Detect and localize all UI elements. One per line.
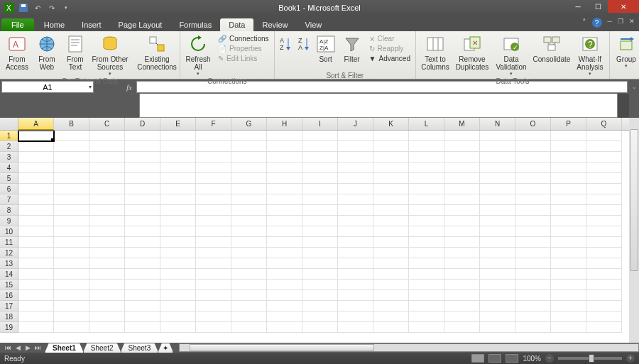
tab-insert[interactable]: Insert (73, 18, 110, 31)
cell[interactable] (480, 311, 515, 322)
cell[interactable] (231, 184, 267, 194)
cell[interactable] (338, 301, 373, 311)
cell[interactable] (160, 322, 196, 333)
cell[interactable] (586, 173, 622, 184)
cell[interactable] (480, 194, 515, 205)
cell[interactable] (231, 280, 267, 290)
select-all-corner[interactable] (0, 118, 18, 130)
from-other-sources-button[interactable]: From Other Sources ▾ (90, 33, 130, 77)
cell[interactable] (18, 162, 54, 173)
minimize-ribbon-icon[interactable]: ˄ (582, 18, 586, 28)
from-access-button[interactable]: A From Access (2, 33, 32, 71)
cell[interactable] (160, 205, 196, 216)
cell[interactable] (515, 301, 551, 311)
cell[interactable] (267, 131, 302, 141)
cell[interactable] (89, 322, 125, 333)
cell[interactable] (196, 269, 231, 280)
cell[interactable] (338, 311, 373, 322)
cell[interactable] (267, 322, 302, 333)
cell[interactable] (196, 248, 231, 258)
file-tab[interactable]: File (1, 18, 34, 31)
horizontal-scrollbar[interactable] (179, 343, 639, 352)
cell[interactable] (18, 269, 54, 280)
cell[interactable] (18, 152, 54, 162)
cell[interactable] (444, 216, 480, 226)
cell[interactable] (409, 248, 444, 258)
cell[interactable] (267, 290, 302, 301)
cell[interactable] (125, 280, 160, 290)
cell[interactable] (444, 162, 480, 173)
column-header[interactable]: K (373, 118, 409, 130)
cell[interactable] (302, 205, 338, 216)
column-header[interactable]: B (54, 118, 89, 130)
cell[interactable] (338, 248, 373, 258)
cell[interactable] (196, 131, 231, 141)
row-header[interactable]: 19 (0, 322, 18, 333)
clear-button[interactable]: ⨯Clear (366, 34, 413, 43)
cell[interactable] (160, 216, 196, 226)
cell[interactable] (231, 290, 267, 301)
cell[interactable] (160, 184, 196, 194)
cell[interactable] (125, 322, 160, 333)
cell[interactable] (54, 290, 89, 301)
cell[interactable] (551, 226, 586, 237)
doc-restore-icon[interactable]: ❐ (618, 18, 623, 28)
cell[interactable] (267, 301, 302, 311)
cell[interactable] (551, 311, 586, 322)
refresh-all-button[interactable]: Refresh All ▾ (182, 33, 214, 77)
cell[interactable] (125, 131, 160, 141)
connections-button[interactable]: 🔗Connections (215, 34, 272, 43)
cell[interactable] (515, 269, 551, 280)
tab-review[interactable]: Review (253, 18, 296, 31)
sheet-tab[interactable]: Sheet1 (45, 343, 84, 353)
cell[interactable] (586, 194, 622, 205)
cell[interactable] (302, 141, 338, 152)
cell[interactable] (338, 152, 373, 162)
cell[interactable] (551, 141, 586, 152)
cell[interactable] (480, 162, 515, 173)
tab-data[interactable]: Data (220, 18, 253, 31)
page-layout-view-button[interactable] (488, 354, 501, 363)
cell[interactable] (373, 226, 409, 237)
sheet-tab[interactable]: Sheet2 (83, 343, 121, 353)
cell[interactable] (586, 311, 622, 322)
cell[interactable] (54, 226, 89, 237)
cell[interactable] (160, 269, 196, 280)
reapply-button[interactable]: ↻Reapply (366, 44, 413, 53)
cell[interactable] (551, 184, 586, 194)
cell[interactable] (338, 237, 373, 248)
cell[interactable] (302, 131, 338, 141)
cell[interactable] (586, 280, 622, 290)
cell[interactable] (338, 173, 373, 184)
cell[interactable] (373, 205, 409, 216)
cell[interactable] (480, 184, 515, 194)
cell[interactable] (515, 237, 551, 248)
cell[interactable] (586, 184, 622, 194)
cell[interactable] (196, 173, 231, 184)
column-header[interactable]: I (302, 118, 338, 130)
cell[interactable] (231, 301, 267, 311)
cell[interactable] (302, 216, 338, 226)
column-header[interactable]: L (409, 118, 444, 130)
cell[interactable] (409, 311, 444, 322)
cell[interactable] (551, 280, 586, 290)
cell[interactable] (231, 248, 267, 258)
cell[interactable] (196, 290, 231, 301)
cell[interactable] (231, 322, 267, 333)
cell[interactable] (338, 162, 373, 173)
edit-links-button[interactable]: ✎Edit Links (215, 54, 272, 63)
cell[interactable] (373, 280, 409, 290)
cell[interactable] (18, 311, 54, 322)
cell[interactable] (515, 194, 551, 205)
cell[interactable] (444, 290, 480, 301)
cell[interactable] (267, 280, 302, 290)
column-header[interactable]: O (515, 118, 551, 130)
cell[interactable] (373, 237, 409, 248)
cell[interactable] (89, 194, 125, 205)
cell[interactable] (515, 280, 551, 290)
cell[interactable] (338, 258, 373, 269)
cell[interactable] (409, 280, 444, 290)
cell[interactable] (18, 258, 54, 269)
cell[interactable] (160, 280, 196, 290)
cell[interactable] (54, 194, 89, 205)
